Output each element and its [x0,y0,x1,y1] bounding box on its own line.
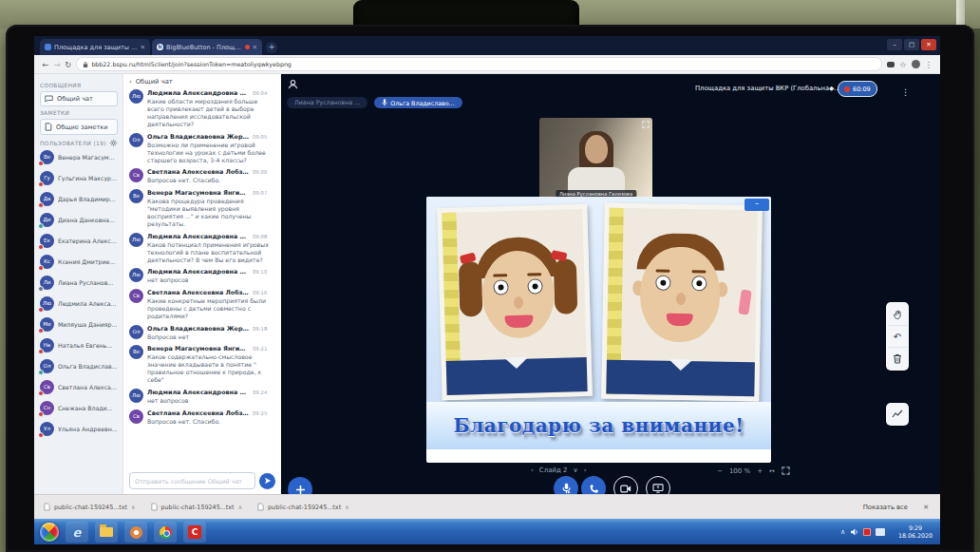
user-list-item[interactable]: Лю Людмила Алекса... [40,296,118,311]
next-slide-icon[interactable]: › [584,466,587,474]
previous-slide-icon[interactable]: ‹ [531,466,534,474]
zoom-in-icon[interactable]: + [757,467,763,475]
clear-annotations-button[interactable] [888,347,907,369]
browser-tab-2[interactable]: b BigBlueButton - Площадк... ✕ [152,39,262,55]
zoom-level: 100 % [729,467,750,475]
zoom-out-icon[interactable]: − [717,467,723,475]
talker-pill-active[interactable]: Ольга Владиславо... [374,97,462,108]
chat-author: Ольга Владиславовна Жерно... [147,133,250,141]
tray-expand-icon[interactable]: ∧ [840,528,845,536]
reload-icon[interactable]: ↻ [65,60,71,69]
user-list-item[interactable]: Ол Ольга Владислав... [40,359,118,373]
chat-text: Какие конкретные мероприятия были провед… [147,297,275,320]
windows-taskbar: e C ∧ 9:29 18.06.2020 [34,519,940,544]
hand-tool-button[interactable] [888,304,907,325]
leave-audio-button[interactable] [581,476,606,494]
user-list-item[interactable]: Ди Диана Данковна... [40,213,118,227]
user-list-item[interactable]: Ул Ульяна Андреевн... [40,422,118,436]
multi-user-whiteboard-button[interactable] [886,403,909,426]
bookmark-star-icon[interactable]: ☆ [899,60,907,69]
user-list-item[interactable]: Ве Венера Магасумо... [40,150,118,164]
sidebar-item-public-chat[interactable]: Общий чат [40,91,118,106]
url-field[interactable]: bbb22.bspu.ru/html5client/join?sessionTo… [76,57,882,71]
download-chip[interactable]: public-chat-159245...txt ∧ [151,503,243,511]
user-status-badge [38,390,44,396]
chat-send-button[interactable] [259,473,275,489]
new-tab-button[interactable]: + [266,42,277,53]
browser-profile-icon[interactable] [912,60,920,68]
chat-avatar: Ве [129,189,143,203]
user-list-item[interactable]: Гу Гульгина Максуро... [40,171,118,185]
taskbar-c-app-button[interactable]: C [183,522,206,542]
slide-number-label[interactable]: Слайд 2 [539,466,568,474]
download-chip[interactable]: public-chat-159245...txt ∧ [44,503,136,511]
chat-back-icon[interactable]: ‹ [129,78,132,86]
language-flag-icon[interactable] [863,528,871,536]
c-app-icon: C [188,525,201,539]
webcam-tile[interactable]: Лиана Руслановна Гилязова [539,118,652,200]
actions-plus-button[interactable] [288,477,312,494]
file-icon [257,503,264,511]
taskbar-explorer-button[interactable] [95,522,118,542]
tab2-close-icon[interactable]: ✕ [253,44,257,51]
fit-width-icon[interactable]: ↔ [769,467,775,475]
user-list-item[interactable]: Ли Лиана Русланов... [40,276,118,290]
undo-annotation-button[interactable]: ↶ [888,325,907,347]
chat-message-input[interactable] [129,472,255,489]
slide-girl-puppet [437,204,593,400]
user-name: Лиана Русланов... [58,279,113,286]
window-minimize-button[interactable]: – [887,39,902,50]
session-user-icon[interactable] [288,79,298,89]
user-avatar: Ол [40,359,54,373]
chat-message: Лю Людмила Александровна Ами... 09:08 Ка… [129,233,275,264]
browser-tab-1[interactable]: Площадка для защиты ВКР ✕ [40,39,150,55]
notes-icon [45,123,52,131]
network-icon[interactable] [876,528,885,536]
chat-timestamp: 09:06 [253,169,267,175]
user-list-item[interactable]: Сн Снежана Влади... [40,401,118,415]
user-list-item[interactable]: На Наталья Евгень... [40,338,118,352]
show-all-downloads-link[interactable]: Показать все [863,504,908,511]
user-list-item[interactable]: Да Дарья Владимир... [40,192,118,206]
taskbar-chrome-button[interactable] [154,522,177,542]
download-chevron-icon[interactable]: ∧ [131,504,135,510]
slide-image-puppets [426,197,771,402]
download-chevron-icon[interactable]: ∧ [345,504,349,510]
options-menu-icon[interactable]: ⋮ [901,87,910,97]
share-webcam-button[interactable] [613,476,638,494]
forward-icon[interactable]: → [53,60,60,69]
minimize-presentation-button[interactable]: – [744,199,769,211]
taskbar-clock[interactable]: 9:29 18.06.2020 [898,524,933,541]
download-chip[interactable]: public-chat-159245...txt ∧ [257,503,349,511]
recording-indicator[interactable]: 60:09 [838,81,877,97]
sidebar-item-shared-notes[interactable]: Общие заметки [40,119,118,135]
window-close-button[interactable]: ✕ [921,39,936,50]
user-status-badge [38,223,44,229]
taskbar-media-player-button[interactable] [124,522,147,542]
talker-pill-muted[interactable]: Лиана Руслановна ... [287,97,368,108]
tab1-favicon-icon [45,44,51,50]
share-screen-button[interactable] [646,476,670,494]
download-bar-close-icon[interactable]: ✕ [923,504,929,511]
start-button[interactable] [40,523,59,542]
browser-menu-icon[interactable]: ⋮ [925,60,933,69]
extension-icon[interactable] [887,62,895,67]
users-settings-gear-icon[interactable] [109,139,118,147]
action-bar [281,476,940,494]
user-list-item[interactable]: Кс Ксения Дмитриев... [40,255,118,269]
boy-eyebrow [692,270,707,273]
tab1-close-icon[interactable]: ✕ [141,44,145,51]
taskbar-ie-button[interactable]: e [66,522,88,542]
download-chevron-icon[interactable]: ∧ [238,504,242,510]
back-icon[interactable]: ← [42,60,48,69]
mute-microphone-button[interactable] [554,476,578,494]
window-maximize-button[interactable]: □ [904,39,919,50]
user-list-item[interactable]: Св Светлана Алекса... [40,380,118,394]
slide-controls: ‹ Слайд 2 ∨ › [531,466,586,474]
slide-dropdown-icon[interactable]: ∨ [574,466,578,474]
user-list-item[interactable]: Ми Миляуша Данияр... [40,317,118,332]
presentation-fullscreen-icon[interactable] [782,466,790,475]
webcam-fullscreen-icon[interactable] [642,121,650,128]
user-list-item[interactable]: Ек Екатерина Алекс... [40,234,118,248]
volume-icon[interactable] [850,528,858,536]
